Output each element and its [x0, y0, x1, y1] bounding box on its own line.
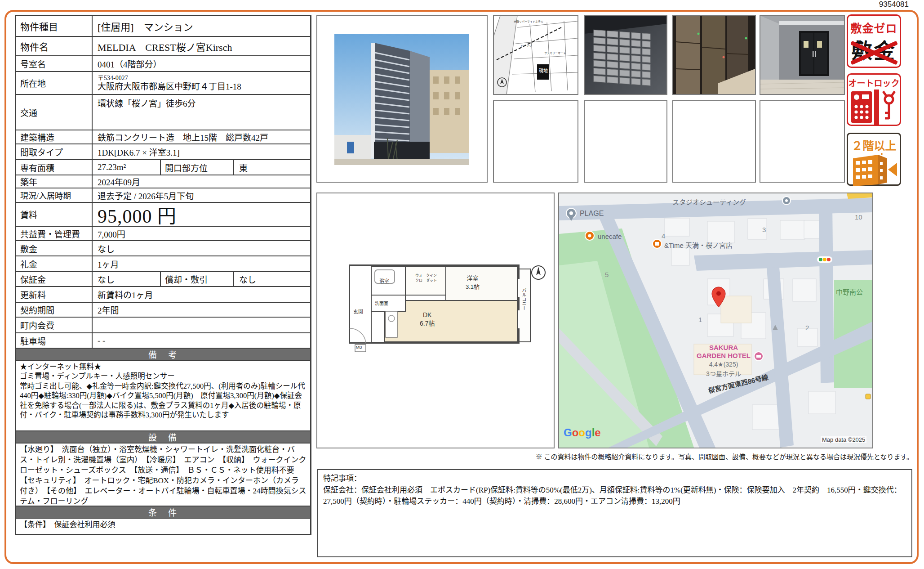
- restaurant-pin-icon: [653, 239, 662, 248]
- table-row: 専有面積 27.23m² 開口部方位 東: [16, 159, 310, 175]
- mailboxes-image: [585, 16, 666, 94]
- row-value: [93, 318, 310, 332]
- rent-value: 95,000 円: [93, 203, 310, 226]
- room-label-wic: ウォークイン クローゼット: [415, 273, 437, 282]
- row-value: なし: [93, 272, 161, 286]
- row-value: 2024年09月: [93, 175, 310, 188]
- table-row: 共益費・管理費7,000円: [16, 226, 310, 240]
- table-row: 物件種目[住居用] マンション: [16, 16, 310, 36]
- map-number: 1: [698, 316, 702, 323]
- table-row: 更新料新賃料の1ヶ月: [16, 286, 310, 302]
- table-row: 礼金1ヶ月: [16, 255, 310, 271]
- map-number: 2: [805, 324, 809, 332]
- google-logo[interactable]: Google: [564, 426, 601, 439]
- table-row: 敷金なし: [16, 240, 310, 255]
- building-photo: [316, 15, 488, 183]
- intercom-key-icon: [850, 90, 898, 125]
- zip-code: 〒534-0027: [98, 75, 310, 82]
- row-value: MELDIA CREST桜ノ宮Kirsch: [93, 37, 310, 55]
- google-letter: o: [572, 426, 579, 439]
- table-row: 建築構造鉄筋コンクリート造 地上15階 総戸数42戸: [16, 130, 310, 143]
- row-label: 駐車場: [16, 333, 93, 348]
- mailboxes-photo: [584, 15, 667, 95]
- row-value: 新賃料の1ヶ月: [93, 287, 310, 302]
- empty-photo-box: [493, 100, 578, 183]
- row-label: 開口部方位: [161, 160, 234, 175]
- row-value: 27.23m²: [93, 160, 161, 175]
- map-label-park: 中野南公: [836, 287, 863, 296]
- building-arrow-icon: [850, 153, 898, 186]
- traffic-light-icon: [817, 256, 832, 263]
- table-row: 町内会費: [16, 317, 310, 332]
- map-label-hotel-class: 3つ星ホテル: [694, 369, 753, 378]
- map-number: 5: [605, 271, 609, 278]
- row-label: 専有面積: [16, 160, 93, 175]
- empty-photo-box: [672, 100, 756, 183]
- delivery-lockers-image: [673, 16, 755, 94]
- google-map[interactable]: スタジオシューティング 10 PLAGE unecafe 4 &Time 天満・…: [558, 193, 873, 448]
- property-table: 物件種目[住居用] マンション 物件名MELDIA CREST桜ノ宮Kirsch…: [15, 15, 311, 535]
- table-row: 賃料95,000 円: [16, 202, 310, 226]
- map-label-hotel-rating: 4.4★(325): [694, 361, 753, 368]
- row-label: 敷金: [16, 241, 93, 255]
- table-row: 所在地 〒534-0027大阪府大阪市都島区中野町４丁目1-18: [16, 71, 310, 94]
- row-label: 所在地: [16, 72, 93, 94]
- table-row: 交通環状線「桜ノ宮」徒歩6分: [16, 94, 310, 130]
- row-label: 建築構造: [16, 130, 93, 143]
- map-label-time-cafe: &Time 天満・桜ノ宮店: [664, 240, 733, 250]
- row-value: 0401（4階部分）: [93, 56, 310, 71]
- room-label-balcony: バルコニー: [520, 288, 527, 310]
- row-label: 共益費・管理費: [16, 227, 93, 240]
- section-header-conditions: 条 件: [16, 506, 310, 518]
- place-pin-icon: [782, 197, 791, 205]
- special-notes-label: 特記事項：: [323, 474, 361, 483]
- row-value: 7,000円: [93, 227, 310, 240]
- floor-plan: 洋室 3.1帖 ウォークイン クローゼット 浴室 洗面室 玄関 DK 6.7帖 …: [316, 193, 555, 448]
- room-label-washroom: 洗面室: [375, 300, 388, 306]
- table-row: 号室名0401（4階部分）: [16, 55, 310, 71]
- table-row: 間取タイプ1DK[DK6.7 × 洋室3.1]: [16, 143, 310, 159]
- row-label: 築年: [16, 175, 93, 188]
- sketch-map-photo: 大阪リバーサイドホテル ローソン ファミリーマート 現地: [493, 15, 578, 95]
- site-marker-label: 現地: [539, 69, 548, 73]
- row-value: - -: [93, 333, 310, 348]
- row-value: 東: [234, 160, 310, 175]
- map-number: 10: [855, 213, 862, 221]
- sketch-label: ファミリーマート: [544, 51, 566, 55]
- row-value: 2年間: [93, 303, 310, 317]
- table-row: 保証金 なし 償却・敷引 なし: [16, 271, 310, 286]
- google-letter: g: [585, 426, 592, 439]
- room-label-western: 洋室 3.1帖: [466, 273, 480, 291]
- table-row: 築年2024年09月: [16, 175, 310, 188]
- entrance-photo: [760, 15, 845, 95]
- floor-plan-drawing: [317, 193, 554, 448]
- map-copyright: Map data ©2025: [821, 436, 866, 443]
- row-label: 交通: [16, 95, 93, 130]
- building-photo-image: [317, 16, 487, 182]
- map-label-hotel-2: GARDEN HOTEL: [694, 352, 753, 359]
- map-canvas: [559, 193, 872, 448]
- row-value: 1ヶ月: [93, 256, 310, 271]
- row-label: 物件種目: [16, 16, 93, 36]
- badge-second-floor-title: ２階以上: [848, 137, 900, 153]
- sketch-map-image: [494, 16, 578, 94]
- document-number: 9354081: [879, 0, 909, 9]
- badge-no-deposit-title: 敷金ゼロ: [848, 19, 900, 36]
- empty-photo-box: [760, 100, 845, 183]
- row-label: 賃料: [16, 203, 93, 226]
- google-letter: G: [564, 426, 572, 439]
- room-label-entrance: 玄関: [353, 308, 363, 315]
- row-label: 償却・敷引: [161, 272, 234, 286]
- row-value: 〒534-0027大阪府大阪市都島区中野町４丁目1-18: [93, 72, 310, 94]
- badge-no-deposit: 敷金ゼロ 敷金: [847, 14, 901, 68]
- special-notes-box: 特記事項： 保証会社：保証会社利用必須 エポスカード(RP)保証料:賃料等の50…: [317, 469, 912, 557]
- address-text: 大阪府大阪市都島区中野町４丁目1-18: [98, 82, 310, 92]
- room-label-dk: DK 6.7帖: [420, 311, 435, 327]
- badge-second-floor-up: ２階以上: [847, 133, 901, 186]
- map-label-hotel-1: SAKURA: [694, 344, 753, 351]
- row-label: 更新料: [16, 287, 93, 302]
- map-label-studio: スタジオシューティング: [672, 197, 746, 206]
- row-value: 退去予定 / 2026年5月下旬: [93, 188, 310, 202]
- sketch-label: 大阪リバーサイドホテル: [514, 19, 543, 23]
- disclaimer-note: ※ この資料は物件の概略紹介資料になります。写真、間取図面、設備、概要などが現況…: [427, 452, 913, 461]
